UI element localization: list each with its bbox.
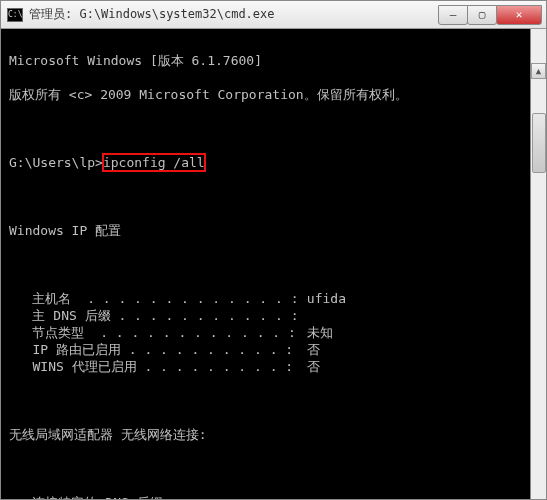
section2-title: 无线局域网适配器 无线网络连接: [9,426,544,443]
prompt-path: G:\Users\lp> [9,155,103,170]
scroll-up-button[interactable]: ▲ [531,63,546,79]
field-value: 否 [299,341,320,358]
command-highlight: ipconfig /all [103,154,205,171]
field-label: WINS 代理已启用 . . . . . . . . . : [9,358,299,375]
cmd-icon: C:\ [7,8,23,22]
prompt-line: G:\Users\lp>ipconfig /all [9,154,544,171]
scroll-thumb[interactable] [532,113,546,173]
field-label: 主机名 . . . . . . . . . . . . . : [9,290,299,307]
console-output: Microsoft Windows [版本 6.1.7600] 版权所有 <c>… [1,29,546,500]
header-line2: 版权所有 <c> 2009 Microsoft Corporation。保留所有… [9,86,544,103]
maximize-button[interactable]: ▢ [467,5,497,25]
section1-title: Windows IP 配置 [9,222,544,239]
output-row: 节点类型 . . . . . . . . . . . . : 未知 [9,324,544,341]
header-line1: Microsoft Windows [版本 6.1.7600] [9,52,544,69]
field-value: ufida [299,290,346,307]
field-label: 节点类型 . . . . . . . . . . . . : [9,324,299,341]
output-row: IP 路由已启用 . . . . . . . . . . : 否 [9,341,544,358]
field-value: 未知 [299,324,333,341]
field-label: 连接特定的 DNS 后缀 . . . . . . . : [9,494,299,500]
window-controls: — ▢ ✕ [439,5,542,25]
output-row: WINS 代理已启用 . . . . . . . . . : 否 [9,358,544,375]
scroll-track[interactable] [531,113,546,500]
field-label: 主 DNS 后缀 . . . . . . . . . . . : [9,307,299,324]
field-label: IP 路由已启用 . . . . . . . . . . : [9,341,299,358]
close-button[interactable]: ✕ [496,5,542,25]
window-title: 管理员: G:\Windows\system32\cmd.exe [29,6,275,23]
output-row: 连接特定的 DNS 后缀 . . . . . . . : [9,494,544,500]
field-value: 否 [299,358,320,375]
window-titlebar: C:\ 管理员: G:\Windows\system32\cmd.exe — ▢… [1,1,546,29]
output-row: 主机名 . . . . . . . . . . . . . : ufida [9,290,544,307]
vertical-scrollbar[interactable]: ▲ ▼ [530,29,546,500]
minimize-button[interactable]: — [438,5,468,25]
output-row: 主 DNS 后缀 . . . . . . . . . . . : [9,307,544,324]
